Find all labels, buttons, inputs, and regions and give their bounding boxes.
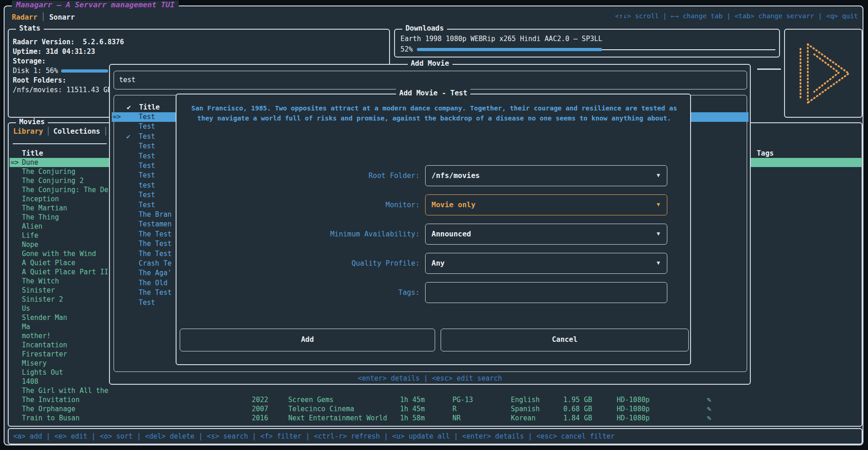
search-input-value: test (119, 71, 135, 89)
movie-title: Inception (22, 194, 59, 204)
movies-tab-separator: │ (46, 127, 51, 136)
form-field-row: Minimum Availability:Announced▼ (177, 224, 690, 245)
movie-language: Spanish (511, 404, 540, 413)
root-folder-value: /nfs/movies (431, 166, 480, 185)
movie-title: Life (22, 231, 38, 240)
selection-arrow: => (10, 158, 19, 167)
movie-runtime: 1h 45m (400, 404, 425, 413)
chevron-down-icon: ▼ (657, 195, 660, 215)
library-row-details: 2022Screen Gems1h 45mPG-13English1.95 GB… (10, 395, 862, 404)
movie-title: Nope (22, 240, 38, 249)
movie-title: A Quiet Place Part II (22, 267, 109, 277)
download-percent: 52% (400, 45, 413, 54)
movie-title: The Witch (22, 277, 59, 286)
downloads-panel-title: Downloads (402, 24, 447, 32)
tab-collections[interactable]: Collections (53, 127, 100, 136)
library-row[interactable]: The Girl with All the (10, 386, 862, 395)
monitor-dropdown[interactable]: Movie only▼ (425, 194, 667, 215)
movie-studio: Screen Gems (288, 395, 333, 404)
tags-label: Tags: (195, 282, 420, 303)
movie-overview: San Francisco, 1985. Two opposites attra… (188, 104, 681, 123)
edit-pencil-icon: ✎ (707, 395, 712, 404)
quality-profile-label: Quality Profile: (195, 253, 420, 274)
movie-title: 1408 (22, 377, 38, 386)
quality-profile-value: Any (431, 253, 445, 273)
edit-pencil-icon: ✎ (707, 413, 712, 423)
movie-runtime: 1h 58m (400, 413, 425, 423)
result-title: Test (139, 161, 155, 171)
global-keybinds: <↑↓> scroll | ←→ change tab | <tab> chan… (615, 12, 858, 20)
result-title: Testamen (139, 220, 172, 229)
movie-title: The Conjuring: The De (22, 185, 109, 194)
movie-title: Dune (22, 158, 38, 167)
result-title: test (139, 181, 155, 190)
tags-input[interactable] (425, 282, 667, 303)
quality-profile-dropdown[interactable]: Any▼ (425, 253, 667, 274)
results-title-column-header: Title (139, 103, 160, 111)
uptime: Uptime: 31d 04:31:23 (13, 47, 95, 57)
chevron-down-icon: ▼ (657, 253, 660, 273)
minimum-availability-dropdown[interactable]: Announced▼ (425, 224, 667, 245)
movie-rating: NR (452, 413, 461, 423)
movie-language: English (511, 395, 540, 404)
tab-radarr[interactable]: Radarr (12, 13, 37, 21)
movie-title: Misery (22, 359, 47, 368)
add-button[interactable]: Add (180, 329, 435, 351)
movie-rating: PG-13 (452, 395, 473, 404)
disk-usage-label: Disk 1: 56% (13, 66, 58, 76)
movie-title: Incantation (22, 340, 67, 350)
download-progress-track (602, 49, 775, 50)
movie-title: The Girl with All the (22, 386, 109, 395)
add-movie-modal: Add Movie - Test San Francisco, 1985. Tw… (176, 94, 691, 365)
popup-keybinds: <enter> details | <esc> edit search (110, 374, 750, 382)
download-item: Earth 1998 1080p WEBRip x265 Hindi AAC2.… (400, 34, 603, 44)
movie-title: Us (22, 304, 30, 313)
modal-title: Add Movie - Test (396, 89, 470, 97)
movie-search-input[interactable]: test (114, 71, 747, 89)
result-title: The Test (139, 249, 172, 259)
movie-title: Gone with the Wind (22, 249, 96, 258)
title-column-header: Title (22, 149, 43, 158)
movie-title: Slender Man (22, 313, 67, 322)
movie-title: Firestarter (22, 350, 67, 359)
movie-quality: HD-1080p (617, 404, 650, 413)
result-title: The Test (139, 230, 172, 239)
stats-panel-title: Stats (16, 24, 44, 32)
movie-quality: HD-1080p (617, 413, 650, 423)
storage-label: Storage: (13, 57, 46, 66)
root-folder-value: /nfs/movies: 11511.43 GB (13, 85, 112, 95)
monitor-value: Movie only (431, 195, 475, 215)
movie-year: 2007 (252, 404, 268, 413)
tab-library[interactable]: Library (13, 127, 43, 136)
movie-title: The Thing (22, 213, 59, 222)
downloads-panel: Downloads Earth 1998 1080p WEBRip x265 H… (394, 29, 780, 58)
monitored-column-header: ✔ (127, 103, 131, 111)
movie-title: mother! (22, 331, 51, 340)
result-title: Test (139, 190, 155, 200)
result-title: Test (139, 200, 155, 210)
tab-sonarr[interactable]: Sonarr (49, 13, 75, 21)
result-title: Test (139, 112, 155, 122)
result-title: Test (139, 122, 155, 131)
library-row-details: 2016Next Entertainment World1h 58mNRKore… (10, 413, 862, 423)
movie-studio: Next Entertainment World (288, 413, 387, 423)
movie-title: Sinister 2 (22, 295, 63, 304)
result-title: The Test (139, 288, 172, 298)
selection-arrow: => (113, 112, 121, 122)
result-title: Test (139, 171, 155, 180)
movie-title: Sinister (22, 286, 55, 295)
movie-size: 1.95 GB (563, 395, 592, 404)
library-row-details: 2007Telecinco Cinema1h 45mRSpanish0.68 G… (10, 404, 862, 413)
root-folder-dropdown[interactable]: /nfs/movies▼ (425, 165, 667, 186)
result-title: Crash Te (139, 259, 172, 268)
result-title: Test (139, 141, 155, 151)
result-title: Test (139, 132, 155, 141)
form-field-row: Quality Profile:Any▼ (177, 253, 690, 274)
movie-size: 0.68 GB (563, 404, 592, 413)
managarr-logo-icon (793, 39, 854, 108)
cancel-button[interactable]: Cancel (441, 329, 689, 351)
check-icon: ✔ (126, 132, 130, 141)
movie-quality: HD-1080p (617, 395, 650, 404)
tags-column-header: Tags (757, 149, 774, 158)
result-title: The Old (139, 278, 167, 288)
